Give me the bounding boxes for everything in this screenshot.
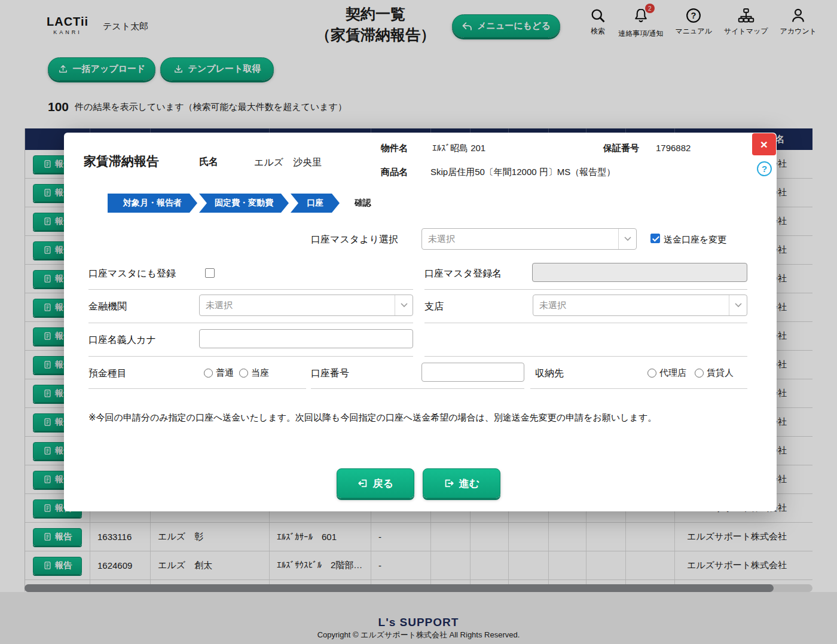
payee-label: 収納先	[535, 367, 564, 380]
divider	[88, 356, 413, 357]
deposit-current-radio[interactable]: 当座	[239, 367, 269, 379]
register-master-checkbox[interactable]	[205, 268, 215, 278]
next-button-label: 進む	[459, 477, 479, 490]
divider	[424, 289, 747, 290]
close-icon: ×	[760, 137, 768, 152]
step-fixed-variable-costs[interactable]: 固定費・変動費	[199, 194, 289, 213]
master-select-value: 未選択	[422, 234, 618, 245]
guarantee-no-value: 1796882	[656, 143, 691, 153]
master-name-input	[532, 263, 747, 282]
radio-icon	[647, 369, 656, 378]
divider	[424, 356, 747, 357]
rent-arrears-modal: × ? 家賃滞納報告 氏名 エルズ 沙央里 物件名 ｴﾙｽﾞ昭島 201 保証番…	[64, 133, 777, 511]
property-value: ｴﾙｽﾞ昭島 201	[432, 143, 485, 154]
close-button[interactable]: ×	[752, 133, 776, 155]
branch-value: 未選択	[533, 300, 729, 311]
step-target-month[interactable]: 対象月・報告者	[108, 194, 197, 213]
holder-kana-input[interactable]	[199, 329, 413, 348]
deposit-ordinary-radio[interactable]: 普通	[204, 367, 234, 379]
help-icon[interactable]: ?	[757, 161, 772, 176]
divider	[88, 388, 306, 389]
chevron-down-icon	[395, 295, 413, 315]
bank-label: 金融機関	[88, 300, 127, 313]
divider	[311, 388, 524, 389]
divider	[424, 323, 747, 323]
back-button[interactable]: 戻る	[337, 468, 414, 498]
next-button[interactable]: 進む	[423, 468, 500, 498]
branch-dropdown[interactable]: 未選択	[533, 295, 747, 316]
radio-icon	[239, 369, 248, 378]
account-no-input[interactable]	[421, 363, 524, 382]
name-label: 氏名	[199, 156, 218, 168]
divider	[530, 388, 747, 389]
holder-kana-label: 口座名義人カナ	[88, 334, 156, 346]
product-label: 商品名	[381, 167, 408, 178]
step-confirm: 確認	[341, 194, 384, 213]
radio-icon	[695, 369, 704, 378]
master-select-label: 口座マスタより選択	[311, 234, 398, 246]
chevron-down-icon	[729, 295, 747, 315]
remittance-note: ※今回の申請分のみ指定の口座へ送金いたします。次回以降も今回指定の口座へ送金希望…	[88, 412, 656, 424]
modal-title: 家賃滞納報告	[84, 153, 159, 170]
property-label: 物件名	[381, 143, 408, 154]
chevron-down-icon	[618, 229, 636, 249]
payee-lessor-radio[interactable]: 賃貸人	[695, 367, 734, 379]
deposit-type-label: 預金種目	[88, 367, 127, 380]
name-value: エルズ 沙央里	[254, 157, 322, 169]
account-no-label: 口座番号	[311, 367, 349, 380]
next-step-icon	[444, 478, 454, 489]
change-account-checkbox[interactable]	[650, 234, 660, 243]
divider	[88, 323, 413, 323]
register-master-label: 口座マスタにも登録	[88, 268, 176, 280]
divider	[88, 289, 413, 290]
bank-value: 未選択	[200, 300, 395, 311]
master-select-dropdown[interactable]: 未選択	[421, 228, 637, 250]
back-step-icon	[358, 478, 368, 489]
step-account[interactable]: 口座	[291, 194, 340, 213]
branch-label: 支店	[424, 300, 444, 313]
step-nav: 対象月・報告者 固定費・変動費 口座 確認	[108, 194, 384, 213]
back-button-label: 戻る	[373, 477, 393, 490]
change-account-label: 送金口座を変更	[664, 234, 726, 246]
product-value: Skip居住用50〔年間12000 円〕MS（報告型）	[430, 167, 615, 178]
master-name-label: 口座マスタ登録名	[424, 268, 502, 280]
payee-agency-radio[interactable]: 代理店	[647, 367, 686, 379]
guarantee-no-label: 保証番号	[603, 143, 639, 154]
radio-icon	[204, 369, 213, 378]
bank-dropdown[interactable]: 未選択	[199, 295, 413, 316]
